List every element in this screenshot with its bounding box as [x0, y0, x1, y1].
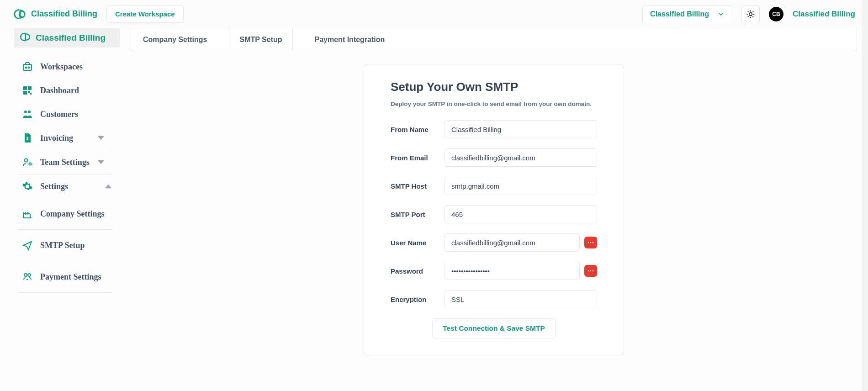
password-manager-icon[interactable]	[584, 237, 597, 248]
from-email-label: From Email	[391, 154, 436, 162]
sidebar-item-label: Dashboard	[40, 86, 79, 95]
encryption-input[interactable]	[445, 290, 597, 308]
gear-icon	[22, 181, 33, 192]
team-settings-icon	[22, 157, 33, 168]
workspace-selector[interactable]: Classified Billing	[642, 5, 732, 23]
smtp-port-label: SMTP Port	[391, 211, 436, 218]
user-name-label: User Name	[391, 239, 436, 247]
briefcase-icon	[22, 61, 33, 72]
sidebar-item-label: Workspaces	[40, 62, 83, 72]
tab-payment-integration[interactable]: Payment Integration	[303, 28, 397, 51]
settings-tabs: Company Settings SMTP Setup Payment Inte…	[131, 28, 857, 51]
svg-point-13	[28, 67, 30, 69]
from-email-input[interactable]	[445, 148, 597, 167]
tab-smtp-setup-label: SMTP Setup	[239, 36, 282, 44]
svg-line-8	[748, 16, 749, 17]
sidebar-item-label: Company Settings	[40, 209, 105, 219]
password-input[interactable]	[445, 262, 580, 280]
svg-point-19	[24, 111, 27, 113]
svg-rect-14	[23, 86, 27, 90]
svg-point-31	[593, 270, 594, 272]
svg-line-9	[753, 11, 754, 12]
tab-company-settings[interactable]: Company Settings	[131, 28, 219, 51]
content-area: Company Settings SMTP Setup Payment Inte…	[120, 28, 868, 391]
svg-point-22	[25, 159, 28, 162]
sidebar: Classified Billing Workspaces Dashboard …	[0, 28, 120, 391]
user-name-input[interactable]	[445, 233, 580, 252]
smtp-host-input[interactable]	[445, 177, 597, 195]
sidebar-item-dashboard[interactable]: Dashboard	[18, 79, 120, 102]
sidebar-item-company-settings[interactable]: Company Settings	[18, 198, 112, 230]
smtp-port-input[interactable]	[445, 205, 597, 223]
tab-smtp-setup[interactable]: SMTP Setup	[239, 28, 282, 51]
logo-icon	[19, 31, 31, 45]
svg-rect-11	[23, 64, 32, 70]
user-name[interactable]: Classified Billing	[793, 10, 855, 19]
svg-line-7	[753, 16, 754, 17]
sidebar-item-label: Payment Settings	[40, 272, 101, 282]
svg-point-25	[28, 274, 31, 276]
svg-point-1	[749, 12, 752, 16]
svg-point-30	[590, 270, 592, 272]
chevron-down-icon	[98, 135, 104, 141]
users-icon	[22, 109, 33, 120]
svg-text:$: $	[26, 136, 28, 141]
workspace-selector-label: Classified Billing	[650, 10, 709, 18]
dashboard-icon	[22, 85, 33, 96]
from-name-input[interactable]	[445, 120, 597, 138]
smtp-host-label: SMTP Host	[391, 182, 436, 190]
send-icon	[22, 240, 33, 251]
sidebar-item-label: Settings	[40, 182, 68, 191]
sun-icon	[746, 10, 755, 19]
svg-point-27	[590, 242, 592, 243]
sidebar-item-label: Customers	[40, 110, 78, 119]
chevron-down-icon	[98, 159, 104, 165]
sidebar-item-label: Invoicing	[40, 133, 73, 143]
sidebar-item-payment-settings[interactable]: Payment Settings	[18, 261, 112, 293]
avatar[interactable]: CB	[769, 7, 783, 21]
svg-rect-18	[30, 93, 32, 95]
sidebar-item-workspaces[interactable]: Workspaces	[18, 55, 120, 79]
brand[interactable]: Classified Billing	[13, 7, 97, 21]
sidebar-item-team-settings[interactable]: Team Settings	[18, 150, 112, 174]
sidebar-item-label: Team Settings	[40, 158, 90, 167]
svg-point-23	[29, 163, 32, 165]
svg-point-28	[593, 242, 594, 243]
password-manager-icon[interactable]	[584, 265, 597, 277]
tab-divider	[229, 28, 229, 51]
svg-line-6	[748, 11, 749, 12]
sidebar-item-customers[interactable]: Customers	[18, 102, 120, 126]
svg-rect-15	[28, 86, 32, 90]
invoice-icon: $	[22, 132, 33, 143]
form-title: Setup Your Own SMTP	[391, 80, 597, 94]
sidebar-item-settings[interactable]: Settings	[18, 174, 120, 198]
form-subtitle: Deploy your SMTP in one-click to send em…	[391, 100, 597, 107]
svg-rect-17	[28, 91, 30, 93]
chevron-up-icon	[105, 183, 111, 190]
scrollbar-track[interactable]	[862, 0, 868, 391]
sidebar-header[interactable]: Classified Billing	[14, 28, 120, 48]
logo-icon	[13, 7, 26, 21]
svg-point-20	[28, 111, 31, 113]
encryption-label: Encryption	[391, 296, 436, 303]
svg-point-12	[26, 67, 27, 69]
svg-point-29	[588, 270, 589, 272]
brand-name: Classified Billing	[31, 9, 97, 19]
svg-point-26	[588, 242, 589, 243]
create-workspace-button[interactable]: Create Workspace	[106, 5, 184, 23]
payment-icon	[22, 271, 33, 282]
topbar: Classified Billing Create Workspace Clas…	[0, 0, 868, 28]
from-name-label: From Name	[391, 126, 436, 133]
password-label: Password	[391, 267, 436, 275]
factory-icon	[22, 208, 33, 219]
sidebar-item-smtp-setup[interactable]: SMTP Setup	[18, 230, 112, 261]
tab-divider	[292, 28, 293, 51]
chevron-down-icon	[717, 11, 725, 18]
sidebar-item-label: SMTP Setup	[40, 241, 85, 250]
sidebar-header-label: Classified Billing	[36, 33, 106, 43]
svg-rect-16	[23, 91, 27, 95]
test-save-smtp-button[interactable]: Test Connection & Save SMTP	[432, 318, 556, 338]
smtp-form-card: Setup Your Own SMTP Deploy your SMTP in …	[364, 64, 624, 355]
theme-toggle-button[interactable]	[741, 5, 760, 23]
sidebar-item-invoicing[interactable]: $ Invoicing	[18, 126, 112, 150]
